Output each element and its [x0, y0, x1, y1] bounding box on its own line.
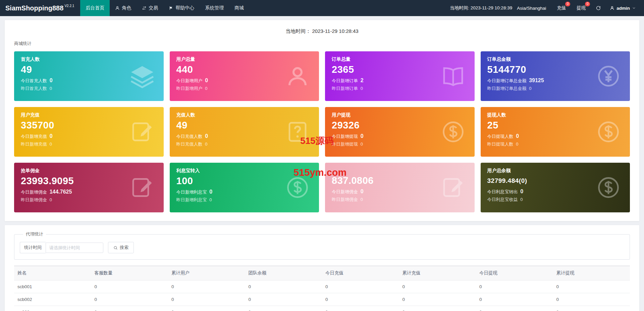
- stat-card-1: 首充人数49今日首充人数 0昨日首充人数 0: [14, 51, 164, 101]
- table-cell: 0: [245, 306, 322, 311]
- stat-card-11: 837.0806今日新增佣金 0昨日新增佣金 0: [325, 163, 475, 212]
- table-cell: 0: [476, 293, 553, 306]
- table-header-cell: 今日充值: [322, 266, 399, 280]
- agent-table-body: scb0010000000scb0020000000sc0030000000: [14, 280, 630, 311]
- table-cell: 0: [91, 280, 168, 293]
- table-cell: 0: [91, 293, 168, 306]
- stat-card-title: 用户提现: [332, 112, 468, 118]
- agent-stats-filter-form: 统计时间 搜索: [20, 242, 624, 253]
- nav-item-label: 角色: [122, 5, 131, 11]
- stat-card-title: 提现人数: [487, 112, 624, 118]
- agent-stats-legend: 代理统计: [23, 231, 46, 237]
- dollar-circle-icon: [596, 175, 621, 200]
- panel-local-time-value: 2023-11-29 10:28:43: [312, 28, 359, 34]
- table-header-cell: 累计提现: [553, 266, 630, 280]
- recharge-badge: 0: [565, 2, 570, 6]
- watermark-text: 515ym.com: [293, 167, 346, 178]
- recharge-button[interactable]: 充值 0: [551, 0, 571, 16]
- nav-item-4[interactable]: 帮助中心: [163, 0, 200, 16]
- stat-card-5: 用户充值335700今日新增充值 0昨日新增充值 0: [14, 107, 164, 157]
- panel-local-time: 当地时间： 2023-11-29 10:28:43: [14, 25, 630, 40]
- user-icon: [285, 64, 310, 88]
- edit-note-icon: [130, 175, 154, 200]
- edit-note-icon: [441, 175, 465, 200]
- stat-card-title: [332, 168, 468, 173]
- table-cell: 0: [322, 293, 399, 306]
- table-cell: 0: [553, 306, 630, 311]
- refresh-button[interactable]: [591, 5, 606, 11]
- section-title: 商城统计: [14, 41, 630, 47]
- stat-card-6: 充值人数49今日充值人数 0昨日充值人数 0: [170, 107, 319, 157]
- stat-card-3: 订单总量2365今日新增订单 2昨日新增订单 0: [325, 51, 475, 101]
- nav-item-1[interactable]: 后台首页: [80, 0, 110, 16]
- table-row: scb0010000000: [14, 280, 630, 293]
- top-navbar: SiamShopping888 V2.2.1 后台首页角色交易帮助中心系统管理商…: [0, 0, 644, 16]
- stat-card-title: 订单总量: [332, 56, 468, 62]
- edit-note-icon: [130, 120, 154, 144]
- withdraw-label: 提现: [577, 5, 586, 11]
- shop-stats-panel: 当地时间： 2023-11-29 10:28:43 商城统计 首充人数49今日首…: [5, 20, 639, 221]
- dollar-circle-icon: [441, 120, 465, 144]
- agent-stats-panel: 代理统计 统计时间 搜索 姓名客服数量累计用户团队余额今日充值累计充值今日提现累…: [5, 225, 639, 311]
- nav-item-6[interactable]: 商城: [229, 0, 249, 16]
- table-cell: 0: [91, 306, 168, 311]
- stat-card-title: 用户总余额: [487, 168, 624, 174]
- withdraw-button[interactable]: 提现 0: [571, 0, 591, 16]
- nav-item-5[interactable]: 系统管理: [200, 0, 229, 16]
- table-cell: 0: [168, 280, 245, 293]
- agent-table-head-row: 姓名客服数量累计用户团队余额今日充值累计充值今日提现累计提现: [14, 266, 630, 280]
- table-cell: 0: [399, 280, 476, 293]
- stat-card-title: 利息宝转入: [176, 168, 313, 174]
- table-header-cell: 团队余额: [245, 266, 322, 280]
- table-cell: 0: [168, 306, 245, 311]
- nav-item-label: 交易: [149, 5, 158, 11]
- stat-card-title: 首充人数: [21, 56, 157, 62]
- nav-item-3[interactable]: 交易: [137, 0, 163, 16]
- refresh-icon: [596, 5, 601, 11]
- stat-time-input[interactable]: [46, 243, 103, 253]
- navbar-right: 当地时间: 2023-11-29 10:28:39 Asia/Shanghai …: [447, 0, 644, 16]
- stat-card-title: 用户充值: [21, 112, 157, 118]
- book-icon: [441, 64, 465, 88]
- agent-table: 姓名客服数量累计用户团队余额今日充值累计充值今日提现累计提现 scb001000…: [14, 266, 630, 311]
- table-row: sc0030000000: [14, 306, 630, 311]
- table-row: scb0020000000: [14, 293, 630, 306]
- stat-card-title: 充值人数: [176, 112, 313, 118]
- stat-card-4: 订单总金额5144770今日新增订单总金额 39125昨日新增订单总金额 0: [481, 51, 630, 101]
- table-header-cell: 姓名: [14, 266, 91, 280]
- table-cell: 0: [553, 293, 630, 306]
- table-cell: 0: [399, 293, 476, 306]
- table-header-cell: 客服数量: [91, 266, 168, 280]
- stats-grid: 首充人数49今日首充人数 0昨日首充人数 0用户总量440今日新增用户 0昨日新…: [14, 51, 630, 212]
- brand-name: SiamShopping888: [5, 4, 63, 12]
- stat-time-label: 统计时间: [20, 242, 46, 253]
- nav-item-label: 帮助中心: [175, 5, 194, 11]
- chevron-down-icon: [632, 6, 636, 10]
- search-icon: [113, 246, 118, 250]
- search-button-label: 搜索: [120, 245, 128, 251]
- table-cell: 0: [476, 306, 553, 311]
- username: admin: [616, 6, 630, 11]
- nav-item-2[interactable]: 角色: [110, 0, 137, 16]
- user-menu[interactable]: admin: [606, 6, 640, 11]
- panel-local-time-label: 当地时间：: [285, 28, 311, 34]
- stat-card-title: 抢单佣金: [21, 168, 157, 174]
- search-button[interactable]: 搜索: [108, 242, 134, 253]
- stat-card-2: 用户总量440今日新增用户 0昨日新增用户 0: [170, 51, 319, 101]
- nav-menu: 后台首页角色交易帮助中心系统管理商城: [80, 0, 249, 16]
- withdraw-badge: 0: [585, 2, 590, 6]
- table-cell: 0: [553, 280, 630, 293]
- watermark-text: 515源码: [300, 135, 333, 147]
- layers-icon: [130, 64, 154, 88]
- stat-card-9: 抢单佣金23993.9095今日新增佣金 144.7625昨日新增佣金 0: [14, 163, 164, 212]
- stat-card-8: 提现人数25今日提现人数 0昨日提现人数 0: [481, 107, 630, 157]
- brand-logo[interactable]: SiamShopping888 V2.2.1: [0, 0, 80, 16]
- nav-item-label: 后台首页: [86, 5, 104, 11]
- dollar-circle-icon: [596, 120, 621, 144]
- recharge-label: 充值: [557, 5, 566, 11]
- table-header-cell: 累计充值: [399, 266, 476, 280]
- local-time: 当地时间: 2023-11-29 10:28:39: [447, 5, 515, 11]
- table-cell: 0: [245, 280, 322, 293]
- table-cell: 0: [476, 280, 553, 293]
- nav-item-label: 系统管理: [205, 5, 224, 11]
